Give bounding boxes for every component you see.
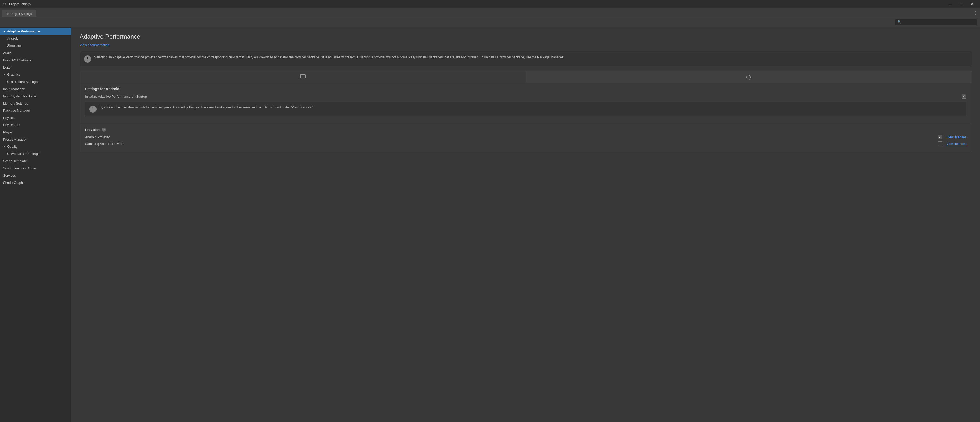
provider-checkbox-samsung-android-provider[interactable] [938,141,942,146]
arrow-icon: ▼ [3,73,6,77]
search-input[interactable] [895,19,977,25]
sidebar-item-simulator[interactable]: Simulator [0,42,71,50]
app-icon: ⚙ [3,2,7,6]
page-title: Adaptive Performance [80,33,972,40]
warning-text: By clicking the checkbox to install a pr… [100,105,313,110]
sidebar-item-label: Input System Package [3,94,36,99]
providers-section: Providers ? Android ProviderView license… [80,123,972,152]
main-layout: ▼Adaptive PerformanceAndroidSimulatorAud… [0,27,980,422]
sidebar-item-input-system[interactable]: Input System Package [0,93,71,100]
minimize-button[interactable]: − [945,0,956,8]
sidebar-item-label: Preset Manager [3,137,27,142]
android-icon [746,74,752,80]
view-licenses-samsung-android-provider[interactable]: View licenses [946,142,966,146]
settings-for-android: Settings for Android Initialize Adaptive… [80,83,972,123]
sidebar-item-label: Script Execution Order [3,166,37,171]
sidebar-item-android[interactable]: Android [0,35,71,42]
sidebar-item-services[interactable]: Services [0,172,71,179]
platform-tabs [80,71,972,83]
close-button[interactable]: ✕ [967,0,977,8]
sidebar-item-label: Android [7,36,19,41]
desktop-icon [300,74,306,80]
sidebar-item-quality[interactable]: ▼Quality [0,143,71,150]
sidebar-item-player[interactable]: Player [0,129,71,136]
tab-bar: ⚙ Project Settings ⋮ [0,8,980,18]
provider-name: Samsung Android Provider [85,142,938,146]
warning-box: ! By clicking the checkbox to install a … [85,102,966,116]
tab-label: Project Settings [11,12,32,16]
provider-name: Android Provider [85,135,938,139]
sidebar-item-label: Physics [3,115,14,120]
title-bar-title: Project Settings [9,2,31,6]
title-bar-controls: − □ ✕ [945,0,977,8]
sidebar-item-label: Burst AOT Settings [3,58,31,62]
sidebar-item-audio[interactable]: Audio [0,50,71,57]
search-bar: 🔍 [0,18,980,27]
provider-row-samsung-android-provider: Samsung Android ProviderView licenses [85,141,966,146]
arrow-icon: ▼ [3,145,6,149]
search-icon: 🔍 [897,20,901,24]
project-settings-tab[interactable]: ⚙ Project Settings [2,10,36,17]
sidebar-item-shader-graph[interactable]: ShaderGraph [0,179,71,186]
sidebar: ▼Adaptive PerformanceAndroidSimulatorAud… [0,27,72,422]
provider-checkbox-android-provider[interactable] [938,135,942,139]
desktop-tab[interactable] [80,71,526,83]
providers-list: Android ProviderView licensesSamsung And… [85,135,966,146]
sidebar-item-label: Audio [3,51,11,56]
init-setting-row: Initialize Adaptive Performance on Start… [85,94,966,99]
sidebar-item-burst-aot[interactable]: Burst AOT Settings [0,57,71,64]
sidebar-item-package-manager[interactable]: Package Manager [0,107,71,114]
sidebar-item-scene-template[interactable]: Scene Template [0,157,71,165]
sidebar-item-label: Package Manager [3,109,30,113]
sidebar-item-graphics[interactable]: ▼Graphics [0,71,71,78]
sidebar-item-urp-global[interactable]: URP Global Settings [0,78,71,85]
search-input-wrap: 🔍 [895,19,977,25]
sidebar-item-physics-2d[interactable]: Physics 2D [0,121,71,129]
sidebar-item-label: Physics 2D [3,123,20,127]
sidebar-item-label: Services [3,173,16,178]
sidebar-item-label: Adaptive Performance [7,29,40,34]
sidebar-item-script-execution[interactable]: Script Execution Order [0,165,71,172]
sidebar-item-input-manager[interactable]: Input Manager [0,86,71,93]
init-checkbox[interactable] [962,94,966,99]
info-text: Selecting an Adaptive Performance provid… [94,55,564,60]
init-label: Initialize Adaptive Performance on Start… [85,94,962,98]
sidebar-item-label: Graphics [7,72,21,77]
tab-gear-icon: ⚙ [6,12,9,15]
title-bar-left: ⚙ Project Settings [3,2,31,6]
providers-help-icon[interactable]: ? [102,128,106,132]
info-icon: ! [84,56,91,62]
sidebar-item-label: Memory Settings [3,101,28,106]
sidebar-item-label: Editor [3,65,12,70]
sidebar-item-label: Player [3,130,13,135]
sidebar-item-adaptive-performance[interactable]: ▼Adaptive Performance [0,28,71,35]
sidebar-item-label: Universal RP Settings [7,152,39,156]
tab-options-button[interactable]: ⋮ [974,11,978,15]
arrow-icon: ▼ [3,30,6,33]
sidebar-item-label: Scene Template [3,159,27,163]
sidebar-item-label: Quality [7,144,18,149]
sidebar-item-label: ShaderGraph [3,181,23,185]
svg-point-4 [749,75,750,76]
svg-point-3 [748,75,748,76]
providers-title: Providers [85,128,100,132]
android-settings-title: Settings for Android [85,87,966,91]
sidebar-item-label: Simulator [7,43,21,48]
content-area: Adaptive Performance View documentation … [72,27,980,422]
sidebar-item-memory-settings[interactable]: Memory Settings [0,100,71,107]
maximize-button[interactable]: □ [956,0,966,8]
sidebar-item-editor[interactable]: Editor [0,64,71,71]
title-bar: ⚙ Project Settings − □ ✕ [0,0,980,8]
doc-link[interactable]: View documentation [80,43,110,47]
svg-rect-0 [300,75,305,78]
info-box: ! Selecting an Adaptive Performance prov… [80,51,972,66]
sidebar-item-preset-manager[interactable]: Preset Manager [0,136,71,143]
provider-row-android-provider: Android ProviderView licenses [85,135,966,139]
sidebar-item-label: Input Manager [3,87,24,91]
android-platform-tab[interactable] [526,71,972,83]
sidebar-item-label: URP Global Settings [7,80,38,84]
warning-icon: ! [89,105,97,113]
view-licenses-android-provider[interactable]: View licenses [946,135,966,139]
sidebar-item-physics[interactable]: Physics [0,114,71,121]
sidebar-item-universal-rp[interactable]: Universal RP Settings [0,150,71,157]
